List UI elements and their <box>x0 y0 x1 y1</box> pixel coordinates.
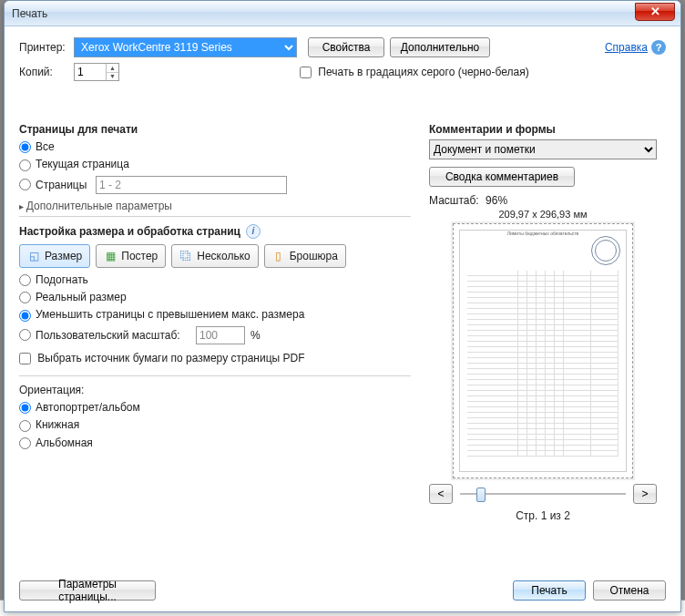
paper-source-checkbox-label[interactable]: Выбрать источник бумаги по размеру стран… <box>19 352 411 364</box>
pages-all-option[interactable]: Все <box>19 140 411 153</box>
window-title: Печать <box>12 7 47 20</box>
orientation-heading: Ориентация: <box>19 384 411 396</box>
comments-summary-button[interactable]: Сводка комментариев <box>429 167 575 187</box>
page-dimensions: 209,97 x 296,93 мм <box>429 209 657 220</box>
grayscale-checkbox-label[interactable]: Печать в градациях серого (черно-белая) <box>300 66 529 78</box>
tab-poster[interactable]: ▦ Постер <box>96 244 166 268</box>
preview-page: Лимиты бюджетных обязательств <box>459 230 627 472</box>
preview-next-button[interactable]: > <box>633 484 657 504</box>
tab-size[interactable]: ◱ Размер <box>19 244 90 268</box>
help-link[interactable]: Справка <box>605 41 648 54</box>
size-icon: ◱ <box>27 250 40 262</box>
custom-scale-input[interactable] <box>196 326 245 344</box>
cancel-button[interactable]: Отмена <box>593 580 666 601</box>
preview-table <box>467 271 619 464</box>
tab-multiple[interactable]: ⿻ Несколько <box>171 244 258 268</box>
copies-label: Копий: <box>19 66 74 78</box>
tab-brochure[interactable]: ▯ Брошюра <box>264 244 346 268</box>
orientation-portrait[interactable]: Книжная <box>19 418 411 431</box>
sizing-heading: Настройка размера и обработка страниц <box>19 225 240 238</box>
printer-select[interactable]: Xerox WorkCentre 3119 Series <box>74 37 297 57</box>
paper-source-checkbox[interactable] <box>19 353 31 364</box>
custom-option[interactable]: Пользовательский масштаб: % <box>19 326 411 344</box>
pages-range-option[interactable]: Страницы <box>19 176 411 194</box>
scale-value: 96% <box>486 194 507 207</box>
page-counter: Стр. 1 из 2 <box>429 509 657 522</box>
properties-button[interactable]: Свойства <box>308 37 384 57</box>
copies-spinbox[interactable]: ▲▼ <box>74 63 119 81</box>
help-icon[interactable]: ? <box>651 40 666 55</box>
page-setup-button[interactable]: Параметры страницы... <box>19 580 156 601</box>
orientation-landscape[interactable]: Альбомная <box>19 436 411 449</box>
preview-prev-button[interactable]: < <box>429 484 453 504</box>
pages-range-input[interactable] <box>96 176 287 194</box>
preview-frame: Лимиты бюджетных обязательств <box>453 223 633 478</box>
pages-current-option[interactable]: Текущая страница <box>19 158 411 170</box>
printer-label: Принтер: <box>19 41 74 54</box>
comments-select[interactable]: Документ и пометки <box>429 139 657 159</box>
stamp-icon <box>591 236 620 265</box>
print-dialog: Печать ✕ Принтер: Xerox WorkCentre 3119 … <box>4 0 681 612</box>
poster-icon: ▦ <box>104 250 117 262</box>
copies-down[interactable]: ▼ <box>107 73 118 81</box>
pages-heading: Страницы для печати <box>19 123 411 136</box>
copies-up[interactable]: ▲ <box>107 64 118 73</box>
grayscale-checkbox[interactable] <box>300 67 312 78</box>
slider-thumb[interactable] <box>476 488 486 502</box>
copies-input[interactable] <box>75 64 106 80</box>
preview-doc-title: Лимиты бюджетных обязательств <box>460 231 626 236</box>
titlebar: Печать ✕ <box>5 1 680 26</box>
actual-option[interactable]: Реальный размер <box>19 291 411 303</box>
brochure-icon: ▯ <box>272 250 285 262</box>
info-icon[interactable]: i <box>246 224 261 239</box>
more-params-toggle[interactable]: Дополнительные параметры <box>19 200 411 212</box>
fit-option[interactable]: Подогнать <box>19 273 411 286</box>
comments-heading: Комментарии и формы <box>429 123 657 136</box>
scale-label: Масштаб: <box>429 194 479 207</box>
preview-slider[interactable] <box>460 485 626 503</box>
dialog-content: Принтер: Xerox WorkCentre 3119 Series Св… <box>5 26 680 611</box>
shrink-option[interactable]: Уменьшить страницы с превышением макс. р… <box>19 308 411 321</box>
close-button[interactable]: ✕ <box>635 3 675 21</box>
orientation-auto[interactable]: Автопортрет/альбом <box>19 401 411 414</box>
advanced-button[interactable]: Дополнительно <box>390 37 490 57</box>
multiple-icon: ⿻ <box>179 250 192 262</box>
print-button[interactable]: Печать <box>513 580 586 601</box>
